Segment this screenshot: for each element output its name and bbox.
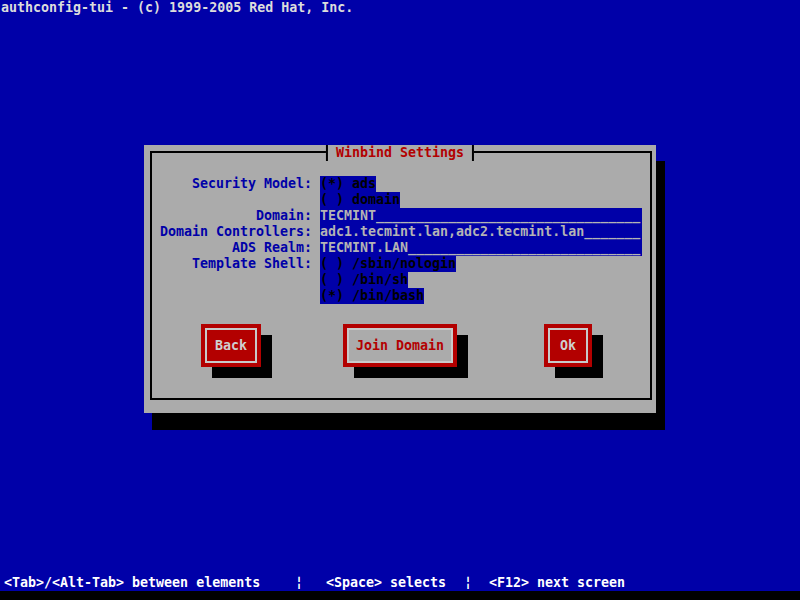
help-tab-hint: <Tab>/<Alt-Tab> between elements: [4, 575, 260, 591]
domain-controllers-input[interactable]: adc1.tecmint.lan,adc2.tecmint.lan_______: [320, 224, 642, 240]
join-domain-button-label: Join Domain: [356, 338, 444, 354]
template-shell-label: Template Shell:: [160, 256, 312, 272]
radio-security-ads[interactable]: (*) ads: [320, 176, 376, 192]
terminal-screen: authconfig-tui - (c) 1999-2005 Red Hat, …: [0, 0, 800, 600]
ads-realm-input[interactable]: TECMINT.LAN_____________________________: [320, 240, 642, 256]
help-separator: ¦: [464, 575, 472, 591]
help-separator: ¦: [295, 575, 303, 591]
radio-shell-sh[interactable]: ( ) /bin/sh: [320, 272, 408, 288]
domain-label: Domain:: [160, 208, 312, 224]
back-button-label: Back: [215, 338, 247, 354]
radio-shell-nologin[interactable]: ( ) /sbin/nologin: [320, 256, 456, 272]
app-title: authconfig-tui - (c) 1999-2005 Red Hat, …: [1, 0, 353, 16]
ok-button-label: Ok: [560, 338, 576, 354]
winbind-settings-dialog: Winbind Settings Security Model: (*) ads…: [144, 145, 656, 413]
join-domain-button[interactable]: Join Domain: [343, 324, 457, 367]
radio-shell-bash[interactable]: (*) /bin/bash: [320, 288, 424, 304]
help-f12-hint: <F12> next screen: [489, 575, 625, 591]
back-button-frame: Back: [205, 328, 257, 363]
dialog-title: Winbind Settings: [326, 145, 474, 161]
bottom-strip: [0, 591, 800, 600]
ok-button-frame: Ok: [548, 328, 588, 363]
domain-input[interactable]: TECMINT_________________________________: [320, 208, 642, 224]
radio-security-domain[interactable]: ( ) domain: [320, 192, 400, 208]
ads-realm-label: ADS Realm:: [160, 240, 312, 256]
back-button[interactable]: Back: [201, 324, 261, 367]
domain-controllers-label: Domain Controllers:: [160, 224, 312, 240]
help-space-hint: <Space> selects: [326, 575, 446, 591]
ok-button[interactable]: Ok: [544, 324, 592, 367]
security-model-label: Security Model:: [160, 176, 312, 192]
join-domain-button-frame: Join Domain: [347, 328, 453, 363]
